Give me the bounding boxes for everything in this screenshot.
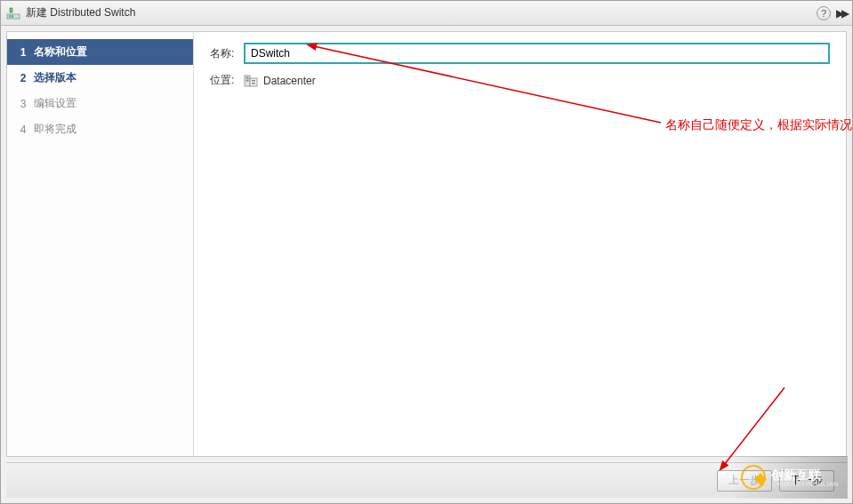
dialog-body: 1 名称和位置 2 选择版本 3 编辑设置 4 即将完成 名称: 位置: [6,31,847,457]
expand-icon[interactable]: ▶▶ [836,7,847,20]
svg-rect-9 [252,83,255,84]
help-icon[interactable]: ? [817,6,831,20]
name-label: 名称: [210,46,244,61]
step-label: 编辑设置 [34,96,76,111]
wizard-sidebar: 1 名称和位置 2 选择版本 3 编辑设置 4 即将完成 [7,32,194,456]
step-label: 即将完成 [34,122,76,137]
step-number: 2 [18,72,28,84]
svg-rect-2 [12,15,13,18]
back-button: 上一步 [717,470,772,492]
dialog-footer: 上一步 下一步 [6,462,847,498]
dvswitch-icon [6,6,20,20]
main-panel: 名称: 位置: Datacenter [194,32,846,456]
svg-rect-6 [246,79,249,81]
next-button[interactable]: 下一步 [779,470,834,492]
step-edit-settings: 3 编辑设置 [7,91,193,116]
name-input[interactable] [244,43,830,64]
step-number: 1 [18,46,28,59]
annotation-text: 名称自己随便定义，根据实际情况 [665,117,852,133]
step-label: 选择版本 [34,70,76,85]
step-select-version[interactable]: 2 选择版本 [7,65,193,91]
form-row-location: 位置: Datacenter [210,73,830,88]
svg-rect-3 [10,8,12,12]
step-name-location[interactable]: 1 名称和位置 [7,39,193,65]
location-value: Datacenter [263,75,316,87]
form-row-name: 名称: [210,43,830,64]
datacenter-icon [244,75,258,87]
step-number: 4 [18,124,28,136]
step-label: 名称和位置 [34,44,87,60]
wizard-dialog: 新建 Distributed Switch ? ▶▶ 1 名称和位置 2 选择版… [0,0,853,504]
svg-rect-5 [246,76,249,78]
titlebar: 新建 Distributed Switch ? ▶▶ [1,1,852,26]
svg-rect-1 [9,15,11,18]
svg-rect-7 [250,78,257,86]
dialog-title: 新建 Distributed Switch [26,5,817,20]
location-label: 位置: [210,73,244,88]
step-ready: 4 即将完成 [7,116,193,142]
svg-rect-8 [252,80,255,82]
step-number: 3 [18,98,28,110]
